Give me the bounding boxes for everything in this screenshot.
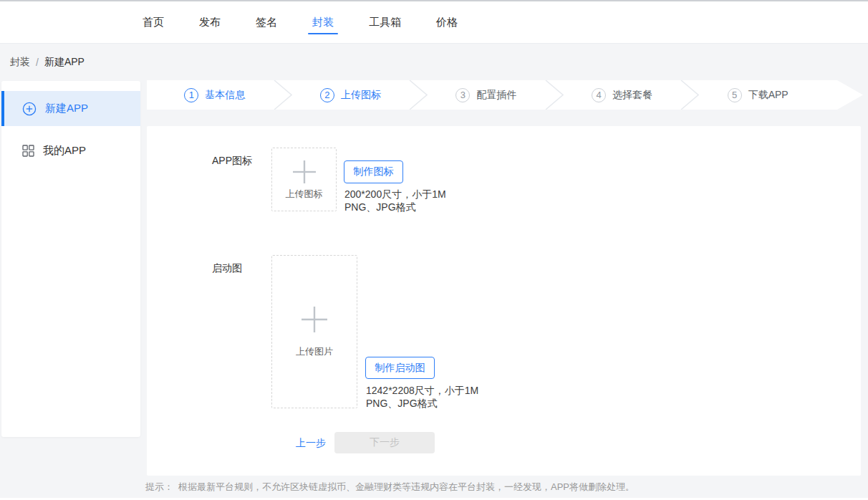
app-icon-upload-box[interactable]: 上传图标 bbox=[271, 148, 337, 211]
step-number-badge: 5 bbox=[728, 88, 742, 102]
plus-icon bbox=[300, 305, 329, 334]
breadcrumb-section[interactable]: 封装 bbox=[10, 56, 30, 69]
step-label: 上传图标 bbox=[341, 89, 381, 102]
platform-rule-tip: 提示： 根据最新平台规则，不允许区块链虚拟币、金融理财类等违规内容在平台封装，一… bbox=[145, 481, 635, 494]
sidebar-item-label: 我的APP bbox=[43, 144, 86, 158]
splash-hint-line1: 1242*2208尺寸，小于1M bbox=[366, 384, 478, 397]
step-label: 选择套餐 bbox=[612, 89, 652, 102]
nav-item-toolbox[interactable]: 工具箱 bbox=[369, 1, 401, 43]
step-label: 配置插件 bbox=[476, 89, 516, 102]
grid-icon bbox=[22, 145, 34, 157]
nav-item-sign[interactable]: 签名 bbox=[256, 1, 277, 43]
step-download-app: 5 下载APP bbox=[690, 80, 863, 110]
step-upload-icon: 2 上传图标 bbox=[283, 80, 419, 110]
sidebar-item-label: 新建APP bbox=[45, 102, 88, 115]
step-number-badge: 2 bbox=[320, 88, 334, 102]
nav-item-home[interactable]: 首页 bbox=[143, 1, 164, 43]
main-nav: 首页 发布 签名 封装 工具箱 价格 bbox=[143, 1, 493, 43]
sidebar-item-my-app[interactable]: 我的APP bbox=[1, 133, 140, 168]
step-number-badge: 1 bbox=[184, 88, 198, 102]
step-label: 下载APP bbox=[748, 89, 789, 102]
app-icon-label: APP图标 bbox=[212, 155, 252, 168]
icon-hint-line2: PNG、JPG格式 bbox=[344, 201, 446, 213]
nav-item-price[interactable]: 价格 bbox=[436, 1, 458, 43]
breadcrumb-current: 新建APP bbox=[44, 56, 85, 69]
breadcrumb: 封装 / 新建APP bbox=[10, 56, 85, 69]
upload-box-text: 上传图标 bbox=[286, 188, 323, 201]
splash-hint-line2: PNG、JPG格式 bbox=[366, 397, 478, 410]
nav-item-package[interactable]: 封装 bbox=[312, 1, 334, 43]
tip-text: 根据最新平台规则，不允许区块链虚拟币、金融理财类等违规内容在平台封装，一经发现，… bbox=[178, 481, 635, 494]
splash-image-label: 启动图 bbox=[212, 262, 242, 275]
next-step-button[interactable]: 下一步 bbox=[334, 432, 435, 453]
prev-step-link[interactable]: 上一步 bbox=[296, 437, 326, 450]
sidebar-item-new-app[interactable]: 新建APP bbox=[1, 91, 140, 126]
step-number-badge: 4 bbox=[592, 88, 606, 102]
make-splash-button[interactable]: 制作启动图 bbox=[365, 357, 435, 379]
upload-icon-panel: APP图标 上传图标 制作图标 200*200尺寸，小于1M PNG、JPG格式… bbox=[147, 126, 861, 476]
step-label: 基本信息 bbox=[205, 89, 245, 102]
top-nav-bar: 首页 发布 签名 封装 工具箱 价格 bbox=[0, 0, 868, 44]
nav-item-publish[interactable]: 发布 bbox=[199, 1, 221, 43]
icon-size-hint: 200*200尺寸，小于1M PNG、JPG格式 bbox=[344, 188, 446, 213]
make-icon-button[interactable]: 制作图标 bbox=[344, 160, 403, 183]
step-basic-info: 1 基本信息 bbox=[147, 80, 283, 110]
plus-icon bbox=[291, 159, 317, 185]
splash-upload-box[interactable]: 上传图片 bbox=[271, 255, 357, 408]
step-select-plan: 4 选择套餐 bbox=[554, 80, 690, 110]
step-config-plugin: 3 配置插件 bbox=[418, 80, 554, 110]
splash-size-hint: 1242*2208尺寸，小于1M PNG、JPG格式 bbox=[366, 384, 478, 410]
upload-box-text: 上传图片 bbox=[296, 345, 333, 358]
breadcrumb-separator: / bbox=[36, 57, 39, 68]
step-number-badge: 3 bbox=[455, 88, 470, 102]
plus-circle-icon bbox=[22, 102, 37, 116]
icon-hint-line1: 200*200尺寸，小于1M bbox=[344, 188, 446, 201]
tip-label: 提示： bbox=[145, 481, 173, 494]
steps-bar: 1 基本信息 2 上传图标 3 配置插件 4 选择套餐 5 下载APP bbox=[147, 80, 863, 110]
sidebar: 新建APP 我的APP bbox=[1, 81, 140, 437]
